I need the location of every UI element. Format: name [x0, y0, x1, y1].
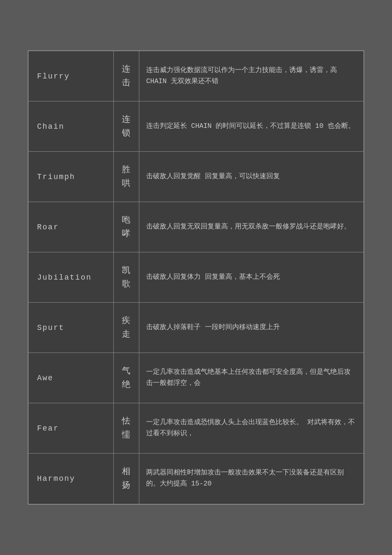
skill-name-awe: Awe	[29, 353, 114, 403]
table-row: Chain连 锁连击判定延长 CHAIN 的时间可以延长，不过算是连锁 10 也…	[29, 101, 363, 152]
skill-desc-triumph: 击破敌人回复觉醒 回复量高，可以快速回复	[139, 152, 363, 202]
skill-desc-chain: 连击判定延长 CHAIN 的时间可以延长，不过算是连锁 10 也会断。	[139, 101, 363, 151]
skill-desc-fear: 一定几率攻击造成恐惧敌人头上会出现蓝色比较长。 对武将有效，不过看不到标识，	[139, 403, 363, 453]
table-row: Awe气 绝一定几率攻击造成气绝基本上任何攻击都可安全度高，但是气绝后攻击一般都…	[29, 353, 363, 403]
table-row: Spurt疾 走击破敌人掉落鞋子 一段时间内移动速度上升	[29, 303, 363, 353]
skill-name-chain: Chain	[29, 101, 114, 151]
table-row: Harmony相 扬两武器同相性时增加攻击一般攻击效果不太一下没装备还是有区别的…	[29, 454, 363, 504]
table-row: Jubilation凯 歌击破敌人回复体力 回复量高，基本上不会死	[29, 252, 363, 303]
skill-chinese-triumph: 胜 哄	[114, 152, 139, 202]
skill-name-harmony: Harmony	[29, 454, 114, 504]
table-row: Flurry连 击连击威力强化数据流可以作为一个主力技能击，诱爆，诱雷，高 CH…	[29, 51, 363, 101]
skill-chinese-fear: 怯 懦	[114, 403, 139, 453]
skill-desc-harmony: 两武器同相性时增加攻击一般攻击效果不太一下没装备还是有区别的。大约提高 15-2…	[139, 454, 363, 504]
skill-chinese-flurry: 连 击	[114, 51, 139, 101]
skill-chinese-jubilation: 凯 歌	[114, 252, 139, 302]
skill-desc-jubilation: 击破敌人回复体力 回复量高，基本上不会死	[139, 252, 363, 302]
skill-desc-awe: 一定几率攻击造成气绝基本上任何攻击都可安全度高，但是气绝后攻击一般都浮空，会	[139, 353, 363, 403]
skill-name-flurry: Flurry	[29, 51, 114, 101]
skills-table: Flurry连 击连击威力强化数据流可以作为一个主力技能击，诱爆，诱雷，高 CH…	[28, 50, 364, 505]
skill-desc-spurt: 击破敌人掉落鞋子 一段时间内移动速度上升	[139, 303, 363, 353]
skill-chinese-awe: 气 绝	[114, 353, 139, 403]
skill-chinese-harmony: 相 扬	[114, 454, 139, 504]
skill-desc-roar: 击破敌人回复无双回复量高，用无双杀敌一般修罗战斗还是咆哮好。	[139, 202, 363, 252]
skill-name-jubilation: Jubilation	[29, 252, 114, 302]
table-row: Fear怯 懦一定几率攻击造成恐惧敌人头上会出现蓝色比较长。 对武将有效，不过看…	[29, 403, 363, 454]
skill-chinese-spurt: 疾 走	[114, 303, 139, 353]
skill-name-triumph: Triumph	[29, 152, 114, 202]
skill-name-spurt: Spurt	[29, 303, 114, 353]
skill-name-fear: Fear	[29, 403, 114, 453]
skill-name-roar: Roar	[29, 202, 114, 252]
table-row: Roar咆 哮击破敌人回复无双回复量高，用无双杀敌一般修罗战斗还是咆哮好。	[29, 202, 363, 252]
skill-chinese-chain: 连 锁	[114, 101, 139, 151]
table-row: Triumph胜 哄击破敌人回复觉醒 回复量高，可以快速回复	[29, 152, 363, 202]
skill-desc-flurry: 连击威力强化数据流可以作为一个主力技能击，诱爆，诱雷，高 CHAIN 无双效果还…	[139, 51, 363, 101]
skill-chinese-roar: 咆 哮	[114, 202, 139, 252]
